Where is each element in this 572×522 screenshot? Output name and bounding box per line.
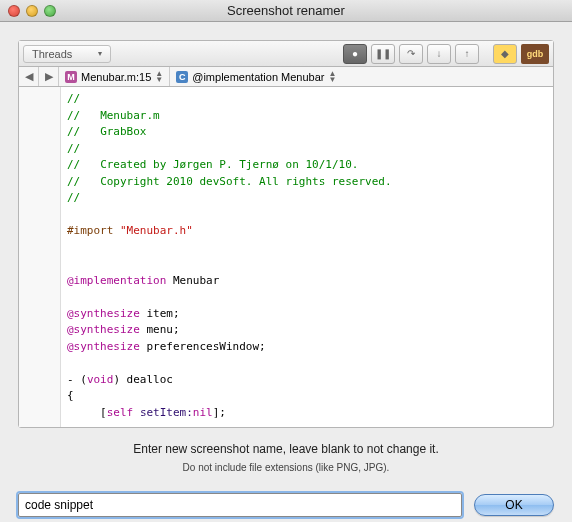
- nav-back-button[interactable]: ◀: [19, 67, 39, 86]
- window-title: Screenshot renamer: [0, 3, 572, 18]
- ok-button[interactable]: OK: [474, 494, 554, 516]
- close-icon[interactable]: [8, 5, 20, 17]
- objc-file-icon: M: [65, 71, 77, 83]
- pause-button[interactable]: ❚❚: [371, 44, 395, 64]
- breakpoints-button[interactable]: ◆: [493, 44, 517, 64]
- zoom-icon[interactable]: [44, 5, 56, 17]
- prompt-subtext: Do not include file extensions (like PNG…: [18, 462, 554, 473]
- step-into-button[interactable]: ↓: [427, 44, 451, 64]
- file-label: Menubar.m:15: [81, 71, 151, 83]
- class-icon: C: [176, 71, 188, 83]
- titlebar: Screenshot renamer: [0, 0, 572, 22]
- threads-dropdown[interactable]: Threads: [23, 45, 111, 63]
- prompt-text: Enter new screenshot name, leave blank t…: [18, 442, 554, 456]
- gutter: [19, 87, 61, 427]
- updown-icon: ▲▼: [155, 71, 163, 82]
- traffic-lights: [8, 5, 56, 17]
- step-over-button[interactable]: ↷: [399, 44, 423, 64]
- code-panel: Threads ● ❚❚ ↷ ↓ ↑ ◆ gdb ◀ ▶ M Menubar.m…: [18, 40, 554, 428]
- record-button[interactable]: ●: [343, 44, 367, 64]
- symbol-selector[interactable]: C @implementation Menubar ▲▼: [170, 67, 553, 86]
- step-out-button[interactable]: ↑: [455, 44, 479, 64]
- minimize-icon[interactable]: [26, 5, 38, 17]
- gdb-button[interactable]: gdb: [521, 44, 549, 64]
- debug-toolbar: Threads ● ❚❚ ↷ ↓ ↑ ◆ gdb: [19, 41, 553, 67]
- code-editor[interactable]: // // Menubar.m // GrabBox // // Created…: [61, 87, 553, 427]
- symbol-label: @implementation Menubar: [192, 71, 324, 83]
- updown-icon: ▲▼: [328, 71, 336, 82]
- breadcrumb: ◀ ▶ M Menubar.m:15 ▲▼ C @implementation …: [19, 67, 553, 87]
- nav-forward-button[interactable]: ▶: [39, 67, 59, 86]
- rename-input[interactable]: [18, 493, 462, 517]
- file-selector[interactable]: M Menubar.m:15 ▲▼: [59, 67, 170, 86]
